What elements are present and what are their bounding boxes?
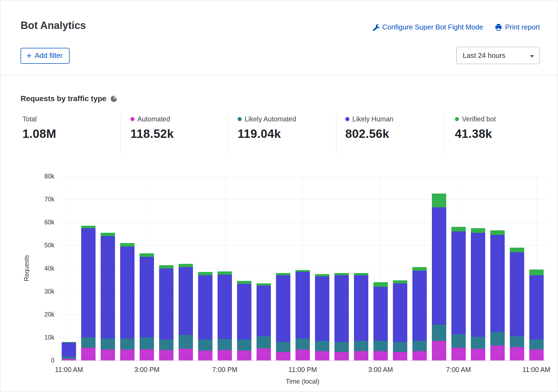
stacked-bar[interactable] [334, 176, 349, 360]
bar-segment-likely-automated [198, 340, 212, 351]
bar-segment-likely-human [101, 236, 115, 338]
bar-segment-verified-bot [237, 281, 251, 284]
y-tick-label: 20k [27, 311, 54, 318]
bot-analytics-page: Bot Analytics Configure Super Bot Fight … [0, 0, 558, 392]
stacked-bar[interactable] [120, 176, 134, 360]
bar-segment-verified-bot [490, 230, 505, 235]
y-tick-label: 50k [27, 242, 54, 249]
stacked-bar[interactable] [101, 176, 115, 360]
bar-segment-verified-bot [451, 227, 466, 231]
bar-segment-automated [159, 350, 173, 360]
bar-segment-likely-human [490, 235, 505, 332]
bar-segment-verified-bot [412, 267, 427, 271]
bar-segment-automated [393, 352, 407, 360]
bar-segment-likely-automated [334, 342, 349, 352]
bar-segment-likely-human [198, 275, 212, 340]
x-tick-label: 7:00 AM [446, 366, 471, 374]
bar-segment-likely-automated [510, 336, 524, 347]
stacked-bar[interactable] [257, 176, 271, 360]
bar-segment-verified-bot [334, 273, 349, 275]
bar-segment-automated [237, 351, 251, 360]
stacked-bar[interactable] [81, 176, 96, 360]
stacked-bar[interactable] [510, 176, 524, 360]
bar-segment-automated [140, 349, 154, 360]
stacked-bar[interactable] [490, 176, 505, 360]
stacked-bar[interactable] [451, 176, 466, 360]
bar-segment-likely-human [412, 271, 427, 341]
bar-segment-likely-automated [412, 341, 427, 351]
stacked-bar[interactable] [159, 176, 173, 360]
bar-segment-verified-bot [120, 243, 134, 247]
y-tick-label: 0 [27, 357, 54, 364]
bar-segment-automated [120, 350, 134, 360]
bar-segment-likely-automated [296, 338, 310, 350]
y-tick-label: 30k [27, 288, 54, 295]
x-tick-label: 7:00 PM [212, 366, 237, 374]
stacked-bar[interactable] [471, 176, 485, 360]
bar-segment-automated [373, 351, 388, 360]
x-tick-label: 3:00 PM [134, 366, 159, 374]
bar-segment-verified-bot [529, 270, 544, 275]
stacked-bar[interactable] [237, 176, 251, 360]
bar-segment-likely-human [315, 276, 329, 341]
bar-segment-likely-automated [432, 325, 446, 341]
x-tick-label: 11:00 PM [288, 366, 317, 374]
bar-segment-likely-automated [218, 339, 232, 350]
bar-segment-likely-human [451, 231, 466, 334]
bar-segment-likely-automated [276, 342, 290, 352]
y-tick-label: 40k [27, 265, 54, 272]
stacked-bar[interactable] [432, 176, 446, 360]
stacked-bar[interactable] [62, 176, 76, 360]
stacked-bar[interactable] [296, 176, 310, 360]
bar-segment-automated [354, 351, 368, 360]
bar-segment-likely-automated [471, 337, 485, 349]
stacked-bar[interactable] [218, 176, 232, 360]
bar-segment-likely-automated [159, 340, 173, 350]
stacked-bar[interactable] [412, 176, 427, 360]
bar-segment-likely-human [276, 275, 290, 342]
bar-segment-verified-bot [393, 280, 407, 283]
stacked-bar[interactable] [276, 176, 290, 360]
stacked-bar[interactable] [315, 176, 329, 360]
stacked-bar[interactable] [393, 176, 407, 360]
stacked-bar[interactable] [179, 176, 193, 360]
stacked-bar[interactable] [140, 176, 154, 360]
stacked-bar[interactable] [529, 176, 544, 360]
bar-segment-automated [412, 351, 427, 360]
x-axis-title: Time (local) [286, 378, 319, 385]
bar-segment-automated [198, 351, 212, 360]
bar-segment-verified-bot [510, 248, 524, 252]
bar-segment-likely-human [159, 268, 173, 340]
x-tick-label: 3:00 AM [368, 366, 393, 374]
bar-segment-automated [471, 349, 485, 360]
y-tick-label: 10k [27, 334, 54, 341]
bar-segment-verified-bot [179, 264, 193, 267]
bar-segment-likely-human [529, 275, 544, 340]
y-tick-label: 80k [27, 173, 54, 180]
bar-segment-likely-human [120, 247, 134, 339]
bar-segment-likely-human [62, 343, 76, 357]
bar-segment-likely-automated [237, 340, 251, 351]
bar-segment-likely-human [257, 285, 271, 336]
stacked-bar[interactable] [198, 176, 212, 360]
bar-segment-likely-human [373, 287, 388, 341]
bar-segment-verified-bot [218, 271, 232, 274]
bar-segment-likely-automated [393, 342, 407, 352]
bar-segment-automated [315, 351, 329, 360]
bar-segment-likely-human [432, 207, 446, 325]
bar-segment-likely-human [510, 252, 524, 336]
bar-segment-verified-bot [140, 253, 154, 257]
stacked-bar[interactable] [354, 176, 368, 360]
bar-segment-verified-bot [471, 228, 485, 233]
y-tick-label: 60k [27, 219, 54, 226]
bar-segment-likely-automated [101, 338, 115, 350]
bar-segment-automated [510, 347, 524, 360]
bar-segment-likely-human [334, 275, 349, 342]
bar-segment-automated [334, 352, 349, 360]
bar-segment-automated [490, 346, 505, 360]
bar-segment-verified-bot [159, 265, 173, 268]
bar-segment-likely-automated [257, 336, 271, 348]
x-tick-label: 11:00 AM [55, 366, 83, 374]
stacked-bar[interactable] [373, 176, 388, 360]
bar-segment-likely-automated [451, 334, 466, 348]
